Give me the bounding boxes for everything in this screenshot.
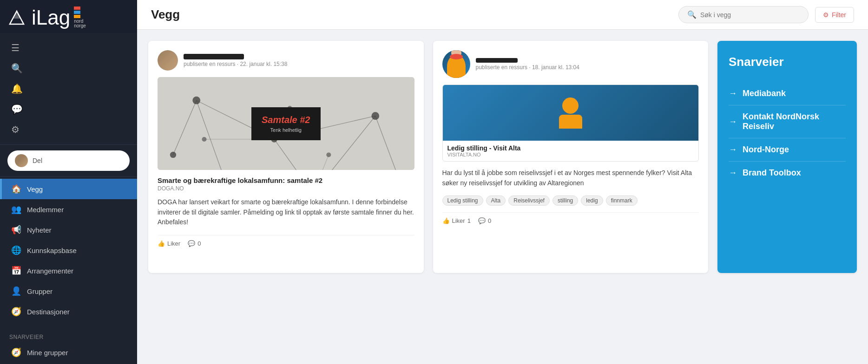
post1-comment-button[interactable]: 💬 0 xyxy=(188,240,201,247)
sidebar-item-grupper[interactable]: 👤 Grupper xyxy=(0,281,137,301)
post2-time: publiserte en ressurs · 18. januar kl. 1… xyxy=(476,64,699,71)
shortcut-mediabank[interactable]: → Mediabank xyxy=(729,82,846,105)
tag-reiselivssjef[interactable]: Reiselivssjef xyxy=(508,195,550,206)
tag-stilling[interactable]: stilling xyxy=(552,195,578,206)
arrow-icon: → xyxy=(729,89,737,98)
sidebar-item-kunnskapsbase[interactable]: 🌐 Kunnskapsbase xyxy=(0,240,137,260)
post2-link-domain: VISITALTA.NO xyxy=(447,152,694,157)
sidebar-item-vegg[interactable]: 🏠 Vegg xyxy=(0,179,137,199)
post-card-2: publiserte en ressurs · 18. januar kl. 1… xyxy=(433,41,709,273)
post2-like-button[interactable]: 👍 Liker 1 xyxy=(442,217,471,224)
filter-icon: ⚙ xyxy=(823,11,829,19)
svg-line-9 xyxy=(375,116,399,170)
svg-point-11 xyxy=(192,97,200,104)
menu-icon[interactable]: ☰ xyxy=(0,38,137,58)
svg-line-7 xyxy=(274,139,313,170)
nav-section: 🏠 Vegg 👥 Medlemmer 📢 Nyheter 🌐 Kunnskaps… xyxy=(0,177,137,324)
sidebar-item-mine-grupper[interactable]: 🧭 Mine grupper xyxy=(0,342,137,363)
search-icon: 🔍 xyxy=(687,10,697,19)
post1-time: publiserte en ressurs · 22. januar kl. 1… xyxy=(184,61,414,67)
post1-avatar xyxy=(158,50,178,71)
arrow-icon: → xyxy=(729,117,737,127)
post2-comment-button[interactable]: 💬 0 xyxy=(478,217,491,224)
page-title: Vegg xyxy=(151,7,180,22)
samtale-title: Samtale #2 xyxy=(262,115,310,125)
svg-marker-1 xyxy=(12,11,21,19)
sidebar-item-arrangementer[interactable]: 📅 Arrangementer xyxy=(0,260,137,281)
main-content: Vegg 🔍 ⚙ Filter pu xyxy=(137,0,868,364)
tag-ledig-stilling[interactable]: Ledig stilling xyxy=(442,195,483,206)
sidebar-item-destinasjoner[interactable]: 🧭 Destinasjoner xyxy=(0,301,137,322)
like-label: Liker xyxy=(167,240,180,247)
shortcut-nordnorge[interactable]: → Nord-Norge xyxy=(729,138,846,162)
chat-icon[interactable]: 💬 xyxy=(0,99,137,119)
post1-link-domain: DOGA.NO xyxy=(158,185,414,192)
search-input[interactable] xyxy=(700,11,800,19)
shortcuts-title: Snarveier xyxy=(729,55,846,69)
shortcut-label: Brand Toolbox xyxy=(743,168,801,178)
sidebar-item-label: Grupper xyxy=(27,287,53,295)
snarveier-section: Snarveier 🧭 Mine grupper xyxy=(0,324,137,364)
like-icon: 👍 xyxy=(158,240,165,247)
shortcut-label: Nord-Norge xyxy=(743,145,789,155)
shortcut-label: Mediabank xyxy=(743,89,786,98)
arrangementer-icon: 📅 xyxy=(11,266,21,276)
sidebar-item-label: Nyheter xyxy=(27,226,52,234)
filter-button[interactable]: ⚙ Filter xyxy=(815,7,854,23)
post1-actions: 👍 Liker 💬 0 xyxy=(158,235,414,247)
like-icon: 👍 xyxy=(442,217,450,224)
sidebar-icon-strip: ☰ 🔍 🔔 💬 ⚙ xyxy=(0,33,137,145)
shortcut-label: Kontakt NordNorsk Reiseliv xyxy=(743,112,846,131)
post2-preview-img xyxy=(443,85,699,141)
content-area: publiserte en ressurs · 22. januar kl. 1… xyxy=(137,30,868,364)
sidebar-item-nyheter[interactable]: 📢 Nyheter xyxy=(0,220,137,240)
filter-label: Filter xyxy=(832,11,846,19)
shortcut-kontakt[interactable]: → Kontakt NordNorsk Reiseliv xyxy=(729,105,846,138)
post1-text: DOGA har lansert veikart for smarte og b… xyxy=(158,197,414,228)
sidebar: iLag nord norge ☰ 🔍 🔔 💬 ⚙ De xyxy=(0,0,137,364)
notification-icon[interactable]: 🔔 xyxy=(0,78,137,99)
comment-count: 0 xyxy=(197,240,201,247)
topbar-right: 🔍 ⚙ Filter xyxy=(678,6,854,23)
sidebar-item-medlemmer[interactable]: 👥 Medlemmer xyxy=(0,199,137,220)
post1-like-button[interactable]: 👍 Liker xyxy=(158,240,180,247)
svg-line-23 xyxy=(313,155,329,170)
shortcut-brandtoolbox[interactable]: → Brand Toolbox xyxy=(729,162,846,184)
arrow-icon: → xyxy=(729,168,737,178)
post2-tags: Ledig stilling Alta Reiselivssjef stilli… xyxy=(442,195,699,206)
mountain-icon xyxy=(7,8,26,27)
svg-line-5 xyxy=(197,100,236,170)
sidebar-item-label: Mine grupper xyxy=(27,349,68,357)
tag-finnmark[interactable]: finnmark xyxy=(606,195,638,206)
post2-text: Har du lyst til å jobbe som reiselivssje… xyxy=(442,168,699,188)
sidebar-item-label: Vegg xyxy=(27,185,43,193)
logo-norge: norge xyxy=(74,24,86,28)
tag-alta[interactable]: Alta xyxy=(486,195,506,206)
post1-link-title[interactable]: Smarte og bærekraftige lokalsamfunn: sam… xyxy=(158,176,414,184)
settings-icon[interactable]: ⚙ xyxy=(0,119,137,140)
post-area: Del xyxy=(0,145,137,177)
comment-icon: 💬 xyxy=(478,217,486,224)
like-label: Liker xyxy=(452,217,465,224)
samtale-subtitle: Tenk helhetlig xyxy=(262,127,310,133)
user-avatar xyxy=(15,154,28,167)
post2-link-preview[interactable]: Ledig stilling - Visit Alta VISITALTA.NO xyxy=(442,84,699,162)
tag-ledig[interactable]: ledig xyxy=(581,195,603,206)
post2-header: publiserte en ressurs · 18. januar kl. 1… xyxy=(442,50,699,78)
post1-meta: publiserte en ressurs · 22. januar kl. 1… xyxy=(184,54,414,67)
post2-preview-info: Ledig stilling - Visit Alta VISITALTA.NO xyxy=(443,141,699,161)
post-input-bar[interactable]: Del xyxy=(7,150,130,171)
post2-actions: 👍 Liker 1 💬 0 xyxy=(442,212,699,224)
svg-point-13 xyxy=(371,112,379,120)
sidebar-header: iLag nord norge xyxy=(0,0,137,33)
search-icon[interactable]: 🔍 xyxy=(0,58,137,78)
arrow-icon: → xyxy=(729,145,737,155)
comment-icon: 💬 xyxy=(188,240,195,247)
search-box[interactable]: 🔍 xyxy=(678,6,809,23)
shortcuts-panel: Snarveier → Mediabank → Kontakt NordNors… xyxy=(717,41,857,273)
mine-grupper-icon: 🧭 xyxy=(11,347,21,358)
nyheter-icon: 📢 xyxy=(11,225,21,235)
samtale-box: Samtale #2 Tenk helhetlig xyxy=(251,107,321,140)
sidebar-item-label: Arrangementer xyxy=(27,267,73,275)
svg-line-4 xyxy=(313,116,375,170)
